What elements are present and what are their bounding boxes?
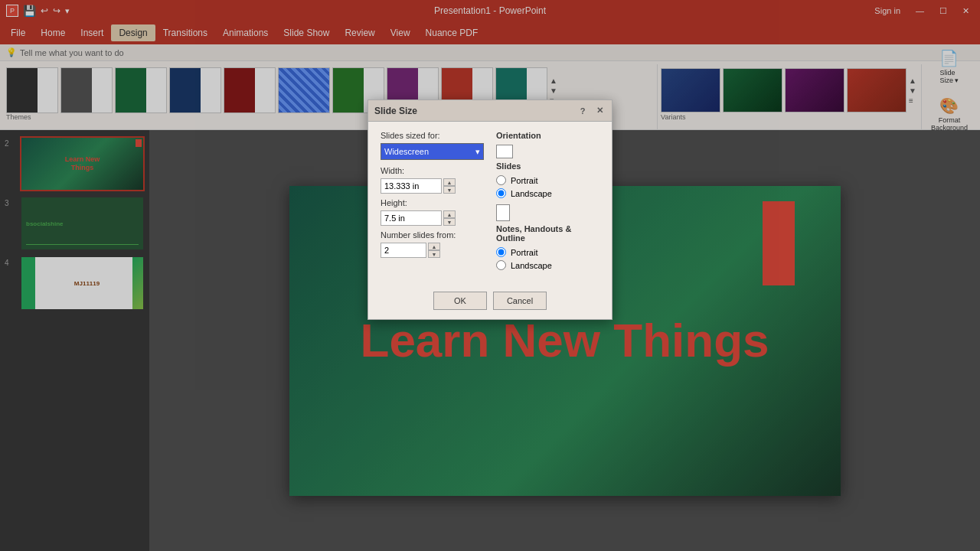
- slides-sized-for-select[interactable]: Widescreen ▾: [381, 143, 484, 160]
- height-input[interactable]: [381, 210, 442, 226]
- landscape-slides-icon: [496, 145, 513, 158]
- width-label: Width:: [381, 166, 484, 175]
- slides-portrait-row: Portrait: [496, 175, 599, 185]
- slides-landscape-row: Landscape: [496, 188, 599, 198]
- notes-portrait-label: Portrait: [511, 248, 537, 257]
- dialog-left-panel: Slides sized for: Widescreen ▾ Width: ▲ …: [381, 131, 484, 276]
- notes-orientation-section: Notes, Handouts & Outline Portrait Lands…: [496, 204, 599, 270]
- select-chevron-icon: ▾: [475, 147, 480, 157]
- dialog-right-panel: Orientation Slides Portrait Landscape: [496, 131, 599, 276]
- portrait-notes-icon: [496, 204, 510, 221]
- notes-portrait-row: Portrait: [496, 247, 599, 257]
- dialog-ok-button[interactable]: OK: [433, 292, 487, 310]
- slide-size-dialog: Slide Size ? ✕ Slides sized for: Widescr…: [368, 99, 612, 320]
- slides-landscape-label: Landscape: [511, 189, 552, 198]
- width-input[interactable]: [381, 178, 442, 194]
- dialog-title-icons: ? ✕: [577, 105, 606, 117]
- number-slides-input[interactable]: [381, 243, 426, 258]
- slides-sized-for-label: Slides sized for:: [381, 131, 484, 140]
- slides-sized-for-value: Widescreen: [384, 147, 429, 156]
- height-down-button[interactable]: ▼: [443, 218, 456, 226]
- slides-portrait-label: Portrait: [511, 176, 537, 185]
- dialog-overlay: Slide Size ? ✕ Slides sized for: Widescr…: [0, 0, 980, 551]
- slides-label: Slides: [496, 161, 599, 171]
- height-row: ▲ ▼: [381, 210, 484, 226]
- number-slides-spinner: ▲ ▼: [428, 243, 440, 258]
- dialog-footer: OK Cancel: [368, 285, 612, 319]
- dialog-body: Slides sized for: Widescreen ▾ Width: ▲ …: [368, 122, 612, 285]
- dialog-cancel-button[interactable]: Cancel: [493, 292, 547, 310]
- slides-orientation-section: Slides Portrait Landscape: [496, 145, 599, 198]
- height-up-button[interactable]: ▲: [443, 210, 456, 218]
- width-row: ▲ ▼: [381, 178, 484, 194]
- dialog-title-text: Slide Size: [374, 106, 417, 116]
- notes-landscape-row: Landscape: [496, 260, 599, 270]
- orientation-title: Orientation: [496, 131, 599, 140]
- number-down-button[interactable]: ▼: [428, 250, 440, 258]
- height-spinner: ▲ ▼: [443, 210, 456, 226]
- dialog-help-button[interactable]: ?: [577, 105, 589, 117]
- number-slides-label: Number slides from:: [381, 230, 484, 240]
- width-up-button[interactable]: ▲: [443, 178, 456, 186]
- height-label: Height:: [381, 198, 484, 207]
- dialog-title-bar: Slide Size ? ✕: [368, 100, 612, 122]
- slides-portrait-radio[interactable]: [496, 175, 506, 185]
- number-slides-row: ▲ ▼: [381, 243, 484, 258]
- notes-label: Notes, Handouts & Outline: [496, 224, 599, 243]
- notes-landscape-label: Landscape: [511, 261, 552, 270]
- slides-landscape-radio[interactable]: [496, 188, 506, 198]
- dialog-close-button[interactable]: ✕: [593, 105, 606, 117]
- notes-portrait-radio[interactable]: [496, 247, 506, 257]
- notes-landscape-radio[interactable]: [496, 260, 506, 270]
- width-spinner: ▲ ▼: [443, 178, 456, 194]
- number-up-button[interactable]: ▲: [428, 243, 440, 250]
- width-down-button[interactable]: ▼: [443, 186, 456, 194]
